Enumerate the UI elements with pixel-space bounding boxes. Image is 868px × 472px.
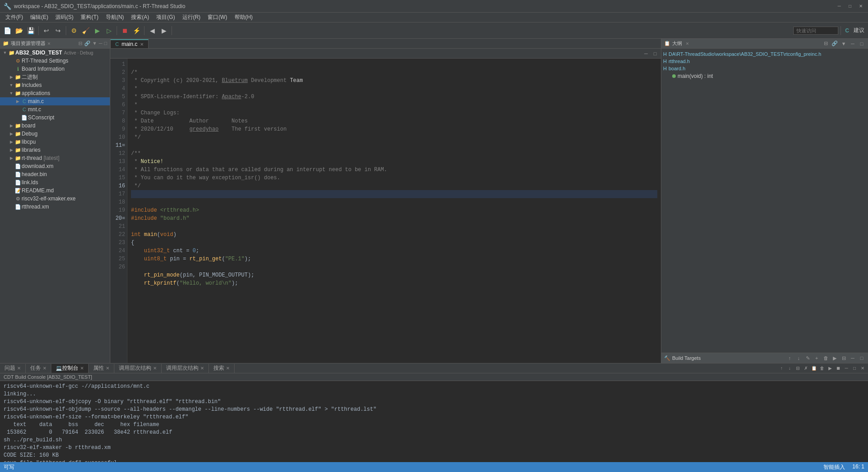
tab-main-c[interactable]: C main.c ✕: [110, 39, 149, 48]
outline-file-rtthread[interactable]: H rtthread.h: [663, 58, 866, 65]
explorer-min-btn[interactable]: ─: [99, 41, 103, 46]
tree-item-includes[interactable]: ▼ 📁 Includes: [0, 81, 110, 89]
tree-item-rtthread-xm[interactable]: 📄 rtthread.xm: [0, 203, 110, 211]
menu-source[interactable]: 源码(S): [52, 13, 77, 22]
outline-file-board[interactable]: H board.h: [663, 65, 866, 72]
minimize-btn[interactable]: ─: [836, 3, 843, 10]
next-btn[interactable]: ▶: [158, 25, 169, 36]
bottom-btn10[interactable]: □: [851, 365, 858, 372]
tree-item-debug[interactable]: ▶ 📁 Debug: [0, 130, 110, 138]
tab-callhierarchy2[interactable]: 调用层次结构 ✕: [162, 364, 209, 373]
bottom-btn9[interactable]: ─: [843, 365, 850, 372]
save-btn[interactable]: 💾: [25, 25, 36, 36]
explorer-menu-btn[interactable]: ▼: [92, 41, 97, 46]
editor-min-btn[interactable]: ─: [642, 50, 650, 58]
tree-item-header-bin[interactable]: 📄 header.bin: [0, 170, 110, 178]
outline-link-btn[interactable]: 🔗: [831, 40, 838, 47]
tree-item-riscv-xmaker[interactable]: ⚙ riscv32-elf-xmaker.exe: [0, 195, 110, 203]
build-btn[interactable]: ⚙: [68, 25, 79, 36]
editor-area[interactable]: 1 2 3 4 5 6 7 8 9 10 11= 12 13 14 15 16 …: [110, 59, 661, 363]
tree-item-mnt-c[interactable]: C mnt.c: [0, 105, 110, 113]
debug-btn[interactable]: ▶: [92, 25, 103, 36]
bottom-btn5[interactable]: 📋: [810, 365, 818, 372]
prev-btn[interactable]: ◀: [147, 25, 158, 36]
tab-properties[interactable]: 属性 ✕: [89, 364, 114, 373]
bottom-btn4[interactable]: ✗: [802, 365, 809, 372]
tree-item-board[interactable]: ▶ 📁 board: [0, 122, 110, 130]
tree-item-download-xm[interactable]: 📄 download.xm: [0, 162, 110, 170]
menu-file[interactable]: 文件(F): [2, 13, 27, 22]
menu-edit[interactable]: 编辑(E): [27, 13, 52, 22]
new-btn[interactable]: 📄: [2, 25, 13, 36]
tree-item-rt-settings[interactable]: ⚙ RT-Thread Settings: [0, 57, 110, 65]
tab-close-callhierarchy1[interactable]: ✕: [153, 366, 157, 371]
bottom-btn2[interactable]: ↓: [786, 365, 793, 372]
explorer-collapse-btn[interactable]: ⊟: [78, 41, 82, 46]
tab-close-properties[interactable]: ✕: [106, 366, 109, 371]
bt-icon7[interactable]: ⊟: [840, 354, 847, 362]
close-btn[interactable]: ✕: [857, 3, 864, 10]
stop-btn[interactable]: ⏹: [119, 25, 130, 36]
code-editor[interactable]: /* * Copyright (c) 2020-2021, Bluetrum D…: [127, 59, 661, 363]
tab-close-console[interactable]: ✕: [80, 366, 84, 371]
outline-menu-btn[interactable]: ▼: [840, 40, 847, 47]
tree-item-ab32[interactable]: ▼ 📁 AB32_SDIO_TEST Active · Debug: [0, 49, 110, 57]
tab-search[interactable]: 搜索 ✕: [209, 364, 235, 373]
tree-item-libcpu[interactable]: ▶ 📁 libcpu: [0, 138, 110, 146]
bt-icon5[interactable]: 🗑: [822, 354, 829, 362]
bottom-btn11[interactable]: ✕: [859, 365, 866, 372]
explorer-max-btn[interactable]: □: [104, 41, 107, 46]
tree-item-main-c[interactable]: ▶ C main.c: [0, 97, 110, 105]
outline-file-preinc[interactable]: H DA\RT-ThreadStudio\workspace\AB32_SDIO…: [663, 50, 866, 58]
outline-collapse-btn[interactable]: ⊟: [822, 40, 829, 47]
bottom-btn7[interactable]: ▶: [827, 365, 834, 372]
tab-close-tasks[interactable]: ✕: [43, 366, 46, 371]
tab-tasks[interactable]: 任务 ✕: [26, 364, 51, 373]
maximize-btn[interactable]: □: [846, 3, 854, 10]
menu-help[interactable]: 帮助(H): [231, 13, 257, 22]
tree-item-board-info[interactable]: ℹ Board Information: [0, 65, 110, 73]
tab-close-main-c[interactable]: ✕: [140, 42, 144, 47]
tab-problems[interactable]: 问题 ✕: [0, 364, 26, 373]
menu-run[interactable]: 运行(R): [179, 13, 204, 22]
bt-icon3[interactable]: ✎: [804, 354, 811, 362]
bt-icon9[interactable]: □: [858, 354, 865, 362]
open-btn[interactable]: 📂: [14, 25, 24, 36]
bottom-btn1[interactable]: ↑: [778, 365, 785, 372]
tree-item-binary[interactable]: ▶ 📁 二进制: [0, 73, 110, 81]
console-output[interactable]: riscv64-unknown-elf-gcc -//applications/…: [0, 381, 868, 462]
tab-close-callhierarchy2[interactable]: ✕: [200, 366, 204, 371]
tree-item-rt-thread[interactable]: ▶ 📁 rt-thread [latest]: [0, 154, 110, 162]
flash-btn[interactable]: ⚡: [131, 25, 142, 36]
bottom-btn3[interactable]: ⊟: [794, 365, 801, 372]
tab-callhierarchy1[interactable]: 调用层次结构 ✕: [114, 364, 162, 373]
menu-search[interactable]: 搜索(A): [127, 13, 153, 22]
bottom-btn6[interactable]: 🗑: [818, 365, 826, 372]
tab-close-search[interactable]: ✕: [226, 366, 230, 371]
undo-btn[interactable]: ↩: [41, 25, 52, 36]
tree-item-sconscript[interactable]: 📄 SConscript: [0, 113, 110, 122]
outline-min-btn[interactable]: ─: [849, 40, 856, 47]
tree-item-link-lds[interactable]: 📄 link.lds: [0, 178, 110, 186]
menu-refactor[interactable]: 重构(T): [77, 13, 102, 22]
bt-icon2[interactable]: ↓: [795, 354, 802, 362]
outline-max-btn[interactable]: □: [858, 40, 865, 47]
outline-item-main[interactable]: main(void) : int: [663, 72, 866, 80]
tree-item-readme[interactable]: 📝 README.md: [0, 186, 110, 195]
quick-access-input[interactable]: [793, 27, 838, 35]
clean-btn[interactable]: 🧹: [80, 25, 91, 36]
explorer-link-btn[interactable]: 🔗: [84, 41, 90, 46]
tree-item-libraries[interactable]: ▶ 📁 libraries: [0, 146, 110, 154]
bt-icon1[interactable]: ↑: [786, 354, 793, 362]
bt-icon6[interactable]: ▶: [831, 354, 838, 362]
run-btn[interactable]: ▷: [104, 25, 114, 36]
tab-close-problems[interactable]: ✕: [17, 366, 21, 371]
bt-icon4[interactable]: +: [813, 354, 820, 362]
menu-window[interactable]: 窗口(W): [204, 13, 231, 22]
editor-max-btn[interactable]: □: [651, 50, 659, 58]
tab-console[interactable]: 💻 控制台 ✕: [51, 364, 89, 373]
bottom-btn8[interactable]: ⏹: [835, 365, 842, 372]
bt-icon8[interactable]: ─: [849, 354, 856, 362]
tree-item-applications[interactable]: ▼ 📁 applications: [0, 89, 110, 97]
redo-btn[interactable]: ↪: [53, 25, 63, 36]
